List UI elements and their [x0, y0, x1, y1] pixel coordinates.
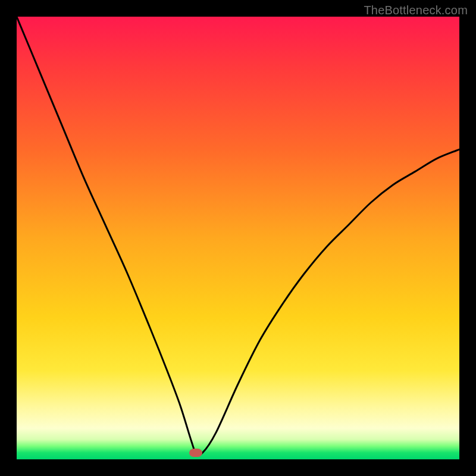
chart-frame: TheBottleneck.com [0, 0, 476, 476]
watermark-text: TheBottleneck.com [364, 4, 468, 17]
plot-area [17, 17, 459, 459]
optimal-marker [189, 449, 202, 457]
bottleneck-curve [17, 17, 459, 459]
curve-path [17, 17, 459, 455]
